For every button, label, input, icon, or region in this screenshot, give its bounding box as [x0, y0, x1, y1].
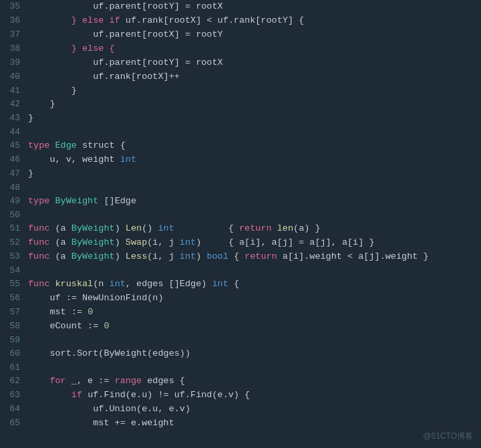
code-token: (a) } [293, 223, 321, 233]
table-row: 49type ByWeight []Edge [0, 195, 481, 209]
code-token: (a [55, 237, 71, 247]
line-content: } [28, 112, 481, 126]
line-content: } else if uf.rank[rootX] < uf.rank[rootY… [28, 14, 481, 28]
code-token: (a [55, 223, 71, 233]
table-row: 57 mst := 0 [0, 306, 481, 320]
line-content: uf.parent[rootY] = rootX [28, 56, 481, 70]
code-token: func [28, 237, 55, 247]
line-content: for _, e := range edges { [28, 374, 481, 388]
line-content: } else { [28, 42, 481, 56]
code-token: , edges []Edge) [126, 279, 212, 289]
code-token: edges { [147, 376, 185, 386]
line-content: } [28, 98, 481, 112]
table-row: 61 [0, 361, 481, 374]
line-number: 44 [0, 126, 28, 139]
code-token: Swap [126, 237, 147, 247]
line-content: uf.parent[rootY] = rootX [28, 0, 481, 14]
code-token: ) [115, 223, 126, 233]
code-token: } [28, 99, 55, 109]
line-number: 49 [0, 195, 28, 208]
table-row: 52func (a ByWeight) Swap(i, j int) { a[i… [0, 236, 481, 250]
code-token: u, v, weight [28, 154, 120, 164]
line-number: 61 [0, 361, 28, 374]
line-content: u, v, weight int [28, 153, 481, 167]
code-token: } else if [71, 15, 120, 25]
code-token: 0 [88, 307, 93, 317]
code-token: { [174, 223, 239, 233]
line-number: 63 [0, 388, 28, 402]
line-number: 64 [0, 403, 28, 416]
line-content: } [28, 84, 481, 98]
table-row: 59 [0, 334, 481, 347]
table-row: 46 u, v, weight int [0, 153, 481, 167]
table-row: 38 } else { [0, 42, 481, 56]
code-token: Less [126, 251, 147, 261]
code-token: int [212, 279, 228, 289]
code-token [28, 390, 71, 400]
code-token: func [28, 251, 55, 261]
line-number: 37 [0, 28, 28, 41]
line-number: 65 [0, 417, 28, 430]
line-number: 62 [0, 374, 28, 388]
table-row: 60 sort.Sort(ByWeight(edges)) [0, 347, 481, 361]
code-token: sort.Sort(ByWeight(edges)) [28, 348, 190, 358]
line-number: 60 [0, 347, 28, 360]
code-token: _, e := [71, 376, 115, 386]
code-token: return [239, 223, 277, 233]
code-token: (i, j [147, 251, 180, 261]
line-number: 39 [0, 56, 28, 70]
code-token: kruskal [55, 279, 94, 289]
code-token: uf.rank[rootX]++ [28, 72, 180, 82]
table-row: 53func (a ByWeight) Less(i, j int) bool … [0, 250, 481, 264]
table-row: 50 [0, 209, 481, 222]
table-row: 37 uf.parent[rootX] = rootY [0, 28, 481, 42]
table-row: 48 [0, 181, 481, 195]
line-content: sort.Sort(ByWeight(edges)) [28, 347, 481, 361]
code-token: ) [115, 237, 126, 247]
table-row: 64 uf.Union(e.u, e.v) [0, 403, 481, 417]
line-number: 38 [0, 42, 28, 55]
code-token: ByWeight [71, 237, 115, 247]
line-content: func (a ByWeight) Swap(i, j int) { a[i],… [28, 236, 481, 250]
line-number: 46 [0, 153, 28, 166]
line-content: mst += e.weight [28, 417, 481, 431]
table-row: 63 if uf.Find(e.u) != uf.Find(e.v) { [0, 388, 481, 403]
table-row: 56 uf := NewUnionFind(n) [0, 292, 481, 306]
code-token: int [110, 279, 126, 289]
table-row: 36 } else if uf.rank[rootX] < uf.rank[ro… [0, 14, 481, 28]
code-token: type [28, 196, 55, 206]
code-token: uf.rank[rootX] < uf.rank[rootY] { [120, 15, 304, 25]
line-number: 53 [0, 250, 28, 263]
code-editor: 35 uf.parent[rootY] = rootX36 } else if … [0, 0, 481, 431]
code-token: for [49, 376, 71, 386]
line-number: 51 [0, 222, 28, 235]
line-number: 59 [0, 334, 28, 347]
code-token: } [28, 169, 33, 179]
table-row: 43} [0, 112, 481, 126]
code-token: a[i].weight < a[j].weight } [283, 251, 429, 261]
code-token [28, 376, 49, 386]
table-row: 45type Edge struct { [0, 139, 481, 153]
line-number: 58 [0, 320, 28, 333]
line-content: type ByWeight []Edge [28, 195, 481, 209]
line-number: 52 [0, 236, 28, 249]
code-token: uf.parent[rootY] = rootX [28, 1, 223, 11]
line-number: 57 [0, 306, 28, 319]
line-number: 40 [0, 70, 28, 84]
code-token: int [158, 223, 174, 233]
code-token: struct { [82, 140, 126, 150]
code-token: uf.Find(e.u) != uf.Find(e.v) { [88, 390, 250, 400]
line-number: 42 [0, 98, 28, 111]
code-token: mst += e.weight [28, 418, 174, 428]
code-token: func [28, 223, 55, 233]
code-token: len [277, 223, 293, 233]
table-row: 55func kruskal(n int, edges []Edge) int … [0, 277, 481, 292]
table-row: 51func (a ByWeight) Len() int { return l… [0, 222, 481, 236]
code-token: ) [115, 251, 126, 261]
code-token: { [228, 251, 245, 261]
line-content: uf := NewUnionFind(n) [28, 292, 481, 306]
line-number: 35 [0, 0, 28, 13]
code-token: ByWeight [71, 223, 115, 233]
code-token: ) [196, 251, 206, 261]
watermark: @51CTO博客 [423, 430, 473, 443]
